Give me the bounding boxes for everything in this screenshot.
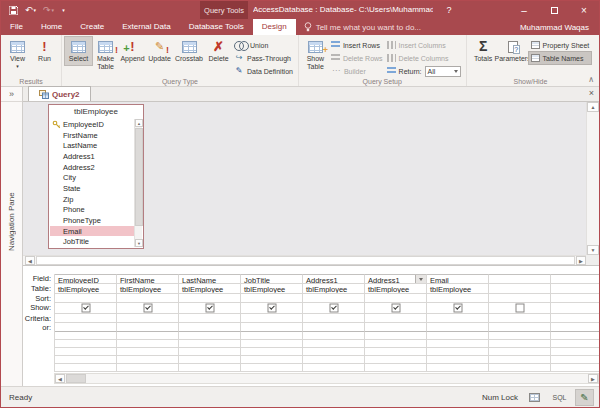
pass-through-button[interactable]: ↪Pass-Through [232,52,295,64]
query-tab[interactable]: Query2 [28,86,91,101]
show-checkbox[interactable] [143,304,152,313]
grid-horizontal-scrollbar[interactable]: ◀ ▶ [54,373,599,384]
grid-empty-cell[interactable] [427,364,489,372]
design-view-button[interactable]: ✎ [576,390,593,405]
expand-navigation-pane-button[interactable]: » [1,87,22,102]
scroll-up-icon[interactable]: ▲ [135,119,143,127]
grid-empty-cell[interactable] [303,356,365,364]
grid-empty-cell[interactable] [303,348,365,356]
grid-empty-cell[interactable] [427,332,489,340]
help-button[interactable]: ? [439,1,459,19]
grid-empty-cell[interactable] [117,332,179,340]
scroll-up-icon[interactable]: ▲ [587,102,599,112]
grid-cell-empty[interactable] [551,364,599,372]
field-list-item[interactable]: Email [50,226,134,237]
grid-empty-cell[interactable] [365,332,427,340]
parameters-button[interactable]: ? Parameters [497,37,529,65]
field-list-scrollbar[interactable]: ▲ ▼ [134,119,142,247]
grid-empty-cell[interactable] [179,356,241,364]
field-list-item[interactable]: FirstName [50,130,134,141]
grid-cell-empty[interactable] [551,323,599,332]
grid-empty-cell[interactable] [179,348,241,356]
scroll-down-icon[interactable]: ▼ [135,239,143,247]
grid-field-cell[interactable]: Email [427,274,489,284]
scrollbar-thumb[interactable] [66,374,86,383]
grid-criteria-cell[interactable] [489,314,551,323]
grid-empty-cell[interactable] [241,340,303,348]
grid-empty-cell[interactable] [489,340,551,348]
show-checkbox[interactable] [453,304,462,313]
grid-cell-empty[interactable] [551,303,599,314]
close-object-button[interactable]: × [589,88,594,98]
grid-field-cell[interactable]: LastName [179,274,241,284]
field-list-title[interactable]: tblEmployee [49,105,143,118]
customize-qat-button[interactable]: ▾ [61,8,65,13]
grid-empty-cell[interactable] [489,348,551,356]
scrollbar-thumb[interactable] [36,256,575,265]
grid-empty-cell[interactable] [427,340,489,348]
grid-sort-cell[interactable] [117,294,179,303]
grid-field-cell[interactable]: Address1 [303,274,365,284]
ribbon-tab[interactable]: File [1,19,32,35]
grid-criteria-cell[interactable] [55,314,117,323]
grid-sort-cell[interactable] [303,294,365,303]
ribbon-tab[interactable]: Design [253,19,296,35]
save-button[interactable] [9,6,18,15]
delete-rows-button[interactable]: Delete Rows [329,52,385,64]
grid-cell-empty[interactable] [551,294,599,303]
sql-view-button[interactable]: SQL [551,390,568,405]
grid-field-cell[interactable]: EmployeeID [55,274,117,284]
run-button[interactable]: ! Run [31,37,58,65]
field-list-item[interactable]: EmployeeID [50,119,134,130]
show-table-button[interactable]: + Show Table [302,37,329,74]
grid-table-cell[interactable]: tblEmployee [117,284,179,294]
field-list-item[interactable]: Address1 [50,151,134,162]
grid-field-cell[interactable]: JobTitle [241,274,303,284]
grid-sort-cell[interactable] [179,294,241,303]
grid-or-cell[interactable] [241,323,303,332]
grid-empty-cell[interactable] [303,332,365,340]
grid-criteria-cell[interactable] [427,314,489,323]
show-checkbox[interactable] [391,304,400,313]
update-button[interactable]: ✎! Update [146,37,173,65]
select-query-button[interactable]: Select [65,37,92,65]
table-names-button[interactable]: Table Names [529,52,592,64]
field-list-item[interactable]: State [50,183,134,194]
field-list-item[interactable]: Address2 [50,162,134,173]
builder-button[interactable]: ⋯Builder [329,65,385,77]
grid-criteria-cell[interactable] [179,314,241,323]
ribbon-tab[interactable]: Home [32,19,71,35]
grid-empty-cell[interactable] [365,364,427,372]
grid-table-cell[interactable]: tblEmployee [303,284,365,294]
grid-sort-cell[interactable] [55,294,117,303]
grid-or-cell[interactable] [179,323,241,332]
grid-empty-cell[interactable] [55,340,117,348]
show-checkbox[interactable] [267,304,276,313]
grid-empty-cell[interactable] [365,340,427,348]
grid-empty-cell[interactable] [117,348,179,356]
scrollbar-thumb[interactable] [135,128,143,226]
show-checkbox[interactable] [81,304,90,313]
grid-cell-empty[interactable] [551,332,599,340]
grid-table-cell[interactable] [489,284,551,294]
property-sheet-button[interactable]: Property Sheet [529,39,592,51]
grid-empty-cell[interactable] [365,356,427,364]
datasheet-view-button[interactable] [526,390,543,405]
grid-empty-cell[interactable] [489,356,551,364]
field-list-item[interactable]: JobTitle [50,236,134,247]
redo-button[interactable]: ↷▾ [43,6,54,15]
grid-empty-cell[interactable] [55,364,117,372]
tell-me-box[interactable]: Tell me what you want to do... [304,22,421,32]
insert-columns-button[interactable]: Insert Columns [385,39,463,51]
grid-cell-empty[interactable] [551,348,599,356]
ribbon-tab[interactable]: Create [71,19,113,35]
grid-empty-cell[interactable] [55,332,117,340]
grid-empty-cell[interactable] [55,348,117,356]
grid-cell-empty[interactable] [551,284,599,294]
grid-empty-cell[interactable] [55,356,117,364]
grid-field-cell[interactable]: FirstName [117,274,179,284]
grid-table-cell[interactable]: tblEmployee [55,284,117,294]
show-checkbox[interactable] [205,304,214,313]
insert-rows-button[interactable]: Insert Rows [329,39,385,51]
ribbon-tab[interactable]: External Data [113,19,179,35]
